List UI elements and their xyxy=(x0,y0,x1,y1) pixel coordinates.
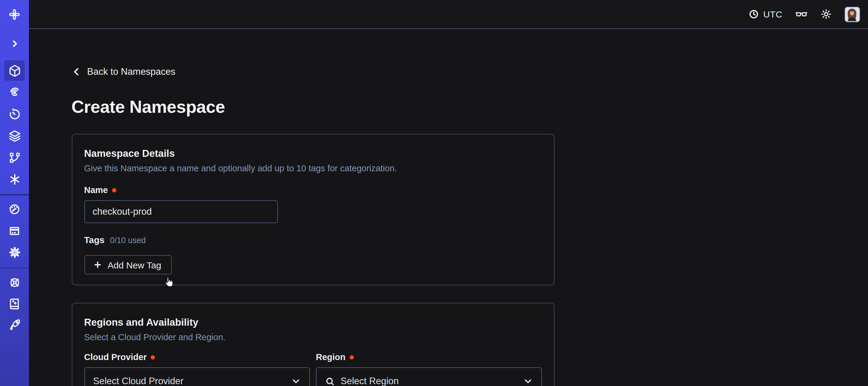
sidebar-item-get-started[interactable] xyxy=(4,315,25,335)
region-label: Region xyxy=(316,352,345,362)
region-select[interactable]: Select Region xyxy=(316,367,541,386)
sidebar-item-batch-operations[interactable] xyxy=(4,147,25,168)
gear-icon xyxy=(8,246,21,259)
avatar-image xyxy=(845,7,859,21)
sidebar-item-workflows[interactable] xyxy=(4,82,25,102)
required-indicator xyxy=(112,188,116,192)
add-new-tag-button[interactable]: Add New Tag xyxy=(84,255,172,274)
chevron-down-icon xyxy=(291,376,301,386)
gauge-icon xyxy=(8,203,21,215)
region-select-value: Select Region xyxy=(341,376,518,386)
spiral-icon xyxy=(8,86,21,99)
search-icon xyxy=(325,376,335,386)
asterisk-icon xyxy=(8,173,21,185)
timezone-selector[interactable]: UTC xyxy=(749,9,782,19)
sidebar-nav-help xyxy=(0,272,29,335)
required-indicator xyxy=(350,355,354,359)
name-label: Name xyxy=(84,185,108,195)
required-indicator xyxy=(151,355,155,359)
chevron-right-icon xyxy=(10,39,19,48)
sidebar-item-nexus[interactable] xyxy=(4,169,25,189)
tags-label: Tags xyxy=(84,235,104,245)
namespace-details-card: Namespace Details Give this Namespace a … xyxy=(71,134,554,285)
sidebar-item-usage[interactable] xyxy=(4,199,25,219)
sidebar-divider xyxy=(0,267,29,268)
plus-icon xyxy=(93,261,101,269)
cloud-provider-select[interactable]: Select Cloud Provider xyxy=(84,367,310,386)
create-namespace-page: UTC xyxy=(0,0,868,386)
namespace-name-input[interactable] xyxy=(84,200,278,223)
sun-icon xyxy=(820,8,832,20)
sidebar-item-namespaces[interactable] xyxy=(4,60,25,81)
sidebar-item-deployments[interactable] xyxy=(4,125,25,146)
timer-icon xyxy=(8,108,21,120)
cloud-provider-label: Cloud Provider xyxy=(84,352,147,362)
regions-title: Regions and Availability xyxy=(84,317,541,328)
rocket-icon xyxy=(8,319,21,331)
sidebar-nav-account xyxy=(0,198,29,263)
sidebar xyxy=(0,0,29,386)
temporal-logo-icon xyxy=(8,8,21,21)
life-ring-icon xyxy=(8,276,21,289)
theme-toggle-button[interactable] xyxy=(820,8,832,20)
page-title: Create Namespace xyxy=(71,97,868,117)
tags-usage-counter: 0/10 used xyxy=(110,236,146,245)
clock-icon xyxy=(749,9,759,19)
sidebar-nav-primary xyxy=(0,60,29,190)
glasses-icon xyxy=(795,8,808,21)
back-link[interactable]: Back to Namespaces xyxy=(71,66,176,77)
cloud-provider-field: Cloud Provider Select Cloud Provider xyxy=(84,352,310,386)
book-sparkles-icon xyxy=(8,298,21,310)
name-label-row: Name xyxy=(84,185,541,195)
chevron-down-icon xyxy=(523,376,532,386)
cube-icon xyxy=(8,64,21,77)
back-link-label: Back to Namespaces xyxy=(87,66,176,77)
sidebar-item-billing[interactable] xyxy=(4,220,25,241)
sidebar-divider xyxy=(0,194,29,195)
regions-card: Regions and Availability Select a Cloud … xyxy=(71,303,554,386)
billing-card-icon xyxy=(8,225,21,237)
sidebar-item-schedules[interactable] xyxy=(4,104,25,124)
chevron-left-icon xyxy=(71,67,81,77)
main-content: Back to Namespaces Create Namespace Name… xyxy=(29,29,868,386)
sidebar-item-home[interactable] xyxy=(0,0,29,29)
sidebar-item-settings[interactable] xyxy=(4,242,25,263)
avatar[interactable] xyxy=(844,6,860,22)
labs-toggle-button[interactable] xyxy=(795,8,808,21)
sidebar-item-docs[interactable] xyxy=(4,294,25,314)
region-field: Region Select Region xyxy=(316,352,541,386)
branch-icon xyxy=(8,151,21,164)
regions-subtitle: Select a Cloud Provider and Region. xyxy=(84,332,541,342)
topbar: UTC xyxy=(29,0,868,29)
timezone-label: UTC xyxy=(764,9,782,19)
namespace-details-title: Namespace Details xyxy=(84,148,541,159)
add-new-tag-label: Add New Tag xyxy=(107,260,161,270)
tags-label-row: Tags 0/10 used xyxy=(84,235,541,245)
sidebar-item-support[interactable] xyxy=(4,273,25,293)
sidebar-expand-button[interactable] xyxy=(0,35,29,52)
layers-icon xyxy=(8,129,21,142)
cloud-provider-select-value: Select Cloud Provider xyxy=(93,376,286,386)
namespace-details-subtitle: Give this Namespace a name and optionall… xyxy=(84,164,541,173)
